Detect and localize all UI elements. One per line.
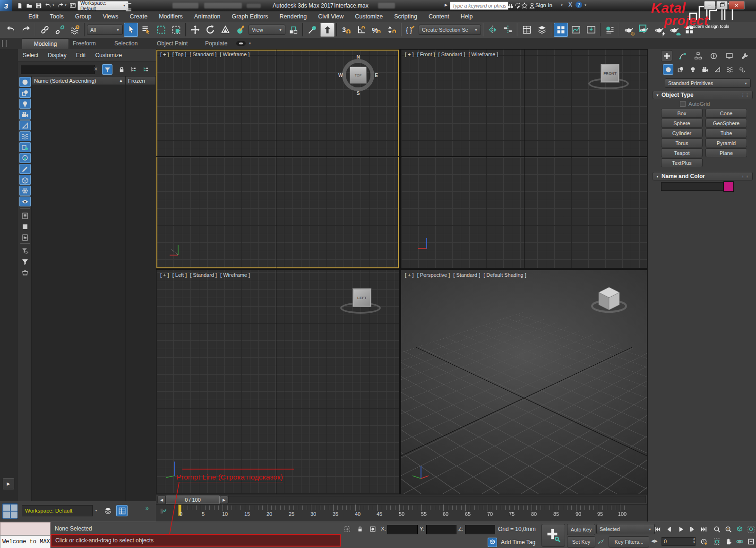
- viewport-menu-renderer[interactable]: [ Standard ]: [438, 51, 465, 57]
- keyboard-shortcut-override-toggle[interactable]: [320, 23, 335, 37]
- filter-lights-toggle[interactable]: [19, 99, 31, 109]
- viewcube-3d[interactable]: [590, 283, 628, 319]
- named-selection-sets-dropdown[interactable]: Create Selection Se ▼: [419, 25, 481, 35]
- viewport-menu-general[interactable]: [ + ]: [405, 272, 414, 278]
- isolate-selection-toggle[interactable]: [343, 524, 352, 534]
- category-lights[interactable]: [687, 64, 698, 75]
- viewport-menu-renderer[interactable]: [ Standard ]: [190, 272, 217, 278]
- zoom-all-button[interactable]: [723, 524, 733, 534]
- qat-overflow-icon[interactable]: [126, 3, 131, 11]
- menu-scripting[interactable]: Scripting: [388, 11, 423, 22]
- viewport-perspective[interactable]: [ + ] [ Perspective ] [ Standard ] [ Def…: [401, 270, 647, 494]
- play-animation-button[interactable]: [676, 524, 686, 534]
- filter-helpers-toggle[interactable]: [19, 120, 31, 130]
- filter-particles-toggle[interactable]: [19, 186, 31, 196]
- help-caret-icon[interactable]: ▼: [584, 4, 587, 7]
- menu-rendering[interactable]: Rendering: [274, 11, 313, 22]
- minimize-button[interactable]: –: [704, 1, 715, 9]
- menu-views[interactable]: Views: [97, 11, 124, 22]
- select-and-rotate-button[interactable]: [203, 23, 217, 37]
- display-dependents-toggle[interactable]: [19, 232, 31, 242]
- zoom-extents-button[interactable]: [734, 524, 745, 534]
- align-button[interactable]: [501, 23, 515, 37]
- menu-help[interactable]: Help: [455, 11, 479, 22]
- viewport-menu-general[interactable]: [ + ]: [160, 51, 169, 57]
- category-geometry[interactable]: [663, 64, 673, 75]
- primitive-button-pyramid[interactable]: Pyramid: [705, 138, 747, 147]
- tab-utilities[interactable]: [739, 50, 750, 61]
- go-to-end-button[interactable]: [698, 524, 709, 534]
- menu-modifiers[interactable]: Modifiers: [153, 11, 189, 22]
- primitive-button-box[interactable]: Box: [661, 109, 703, 118]
- select-and-move-button[interactable]: [188, 23, 202, 37]
- explorer-filter-button[interactable]: [102, 64, 112, 75]
- menu-customize[interactable]: Customize: [349, 11, 388, 22]
- autodesk-exchange-icon[interactable]: X: [567, 1, 574, 8]
- viewport-menu-shading[interactable]: [ Wireframe ]: [220, 51, 249, 57]
- category-shapes[interactable]: [675, 64, 686, 75]
- viewcube-compass[interactable]: N S W E TOP: [342, 59, 374, 91]
- advanced-filter-button[interactable]: [19, 246, 31, 256]
- absolute-offset-mode-toggle[interactable]: [368, 524, 378, 534]
- app-logo[interactable]: 3: [0, 0, 12, 11]
- autogrid-checkbox[interactable]: [680, 101, 686, 107]
- ribbon-tab-modeling[interactable]: Modeling: [22, 38, 69, 49]
- select-and-scale-button[interactable]: [218, 23, 232, 37]
- select-and-link-button[interactable]: [38, 23, 52, 37]
- undo-scene-button[interactable]: [4, 23, 18, 37]
- viewcube-top-face[interactable]: TOP: [350, 67, 367, 84]
- object-color-swatch[interactable]: [723, 181, 734, 192]
- add-time-tag-icon[interactable]: [488, 538, 497, 547]
- viewcube[interactable]: LEFT: [352, 288, 371, 307]
- snaps-toggle-3d[interactable]: [339, 23, 353, 37]
- open-file-button[interactable]: [25, 1, 34, 10]
- maxscript-mini-listener-white[interactable]: Welcome to MAX: [0, 535, 51, 548]
- column-header-name[interactable]: Name (Sorted Ascending) ▲: [31, 76, 126, 85]
- search-expand-icon[interactable]: ▶: [445, 3, 447, 7]
- primitive-button-tube[interactable]: Tube: [705, 128, 747, 137]
- reference-coordinate-system-dropdown[interactable]: View ▼: [249, 25, 285, 35]
- maxscript-mini-listener-pink[interactable]: [0, 522, 51, 535]
- time-slider-next-button[interactable]: ▶: [220, 496, 228, 504]
- redo-scene-button[interactable]: [19, 23, 33, 37]
- ribbon-display-toggle-icon[interactable]: [236, 41, 246, 46]
- viewport-menu-pov[interactable]: [ Top ]: [172, 51, 187, 57]
- viewport-left[interactable]: [ + ] [ Left ] [ Standard ] [ Wireframe …: [156, 270, 399, 494]
- expand-panel-button[interactable]: ▶: [3, 478, 14, 489]
- viewport-menu-renderer[interactable]: [ Standard ]: [453, 272, 480, 278]
- viewport-layout-tabs-button[interactable]: [2, 503, 18, 519]
- set-key-mode-icon[interactable]: [595, 536, 606, 547]
- primitive-button-geosphere[interactable]: GeoSphere: [705, 119, 747, 128]
- primitive-button-teapot[interactable]: Teapot: [661, 148, 703, 157]
- category-spacewarps[interactable]: [724, 64, 735, 75]
- spinner-snap-toggle[interactable]: [385, 23, 399, 37]
- scene-explorer-toggle-button[interactable]: [116, 505, 128, 516]
- explorer-sort-view-button[interactable]: [141, 64, 151, 75]
- schematic-view-button[interactable]: [584, 23, 598, 37]
- viewport-menu-pov[interactable]: [ Front ]: [417, 51, 435, 57]
- viewport-menu-shading[interactable]: [ Wireframe ]: [468, 51, 498, 57]
- viewport-menu-shading[interactable]: [ Wireframe ]: [220, 272, 250, 278]
- scene-list-area[interactable]: [31, 85, 156, 501]
- curve-editor-button[interactable]: [569, 23, 583, 37]
- compass-north[interactable]: N: [356, 54, 360, 60]
- ribbon-minimize-caret-icon[interactable]: ▼: [249, 42, 251, 45]
- go-to-start-button[interactable]: [652, 524, 662, 534]
- x-coord-field[interactable]: [387, 525, 418, 534]
- explorer-menu-edit[interactable]: Edit: [71, 52, 91, 59]
- key-step-toggle-icon[interactable]: ◀▶: [651, 539, 658, 543]
- add-time-tag-label[interactable]: Add Time Tag: [501, 539, 535, 546]
- selected-key-set-dropdown[interactable]: Selected ▼: [596, 524, 655, 534]
- help-icon[interactable]: ?: [576, 1, 582, 8]
- primitive-button-cylinder[interactable]: Cylinder: [661, 128, 703, 137]
- viewport-menu-shading[interactable]: [ Default Shading ]: [483, 272, 526, 278]
- material-editor-button[interactable]: [603, 23, 617, 37]
- filter-bones-toggle[interactable]: [19, 164, 31, 174]
- viewport-menu-pov[interactable]: [ Left ]: [172, 272, 187, 278]
- toggle-scene-explorer-button[interactable]: [520, 23, 534, 37]
- primitive-category-dropdown[interactable]: Standard Primitives ▼: [665, 78, 751, 88]
- menu-tools[interactable]: Tools: [44, 11, 69, 22]
- explorer-clear-search-icon[interactable]: ✕: [94, 66, 98, 72]
- orbit-button[interactable]: [734, 536, 745, 547]
- time-configuration-button[interactable]: [698, 536, 709, 547]
